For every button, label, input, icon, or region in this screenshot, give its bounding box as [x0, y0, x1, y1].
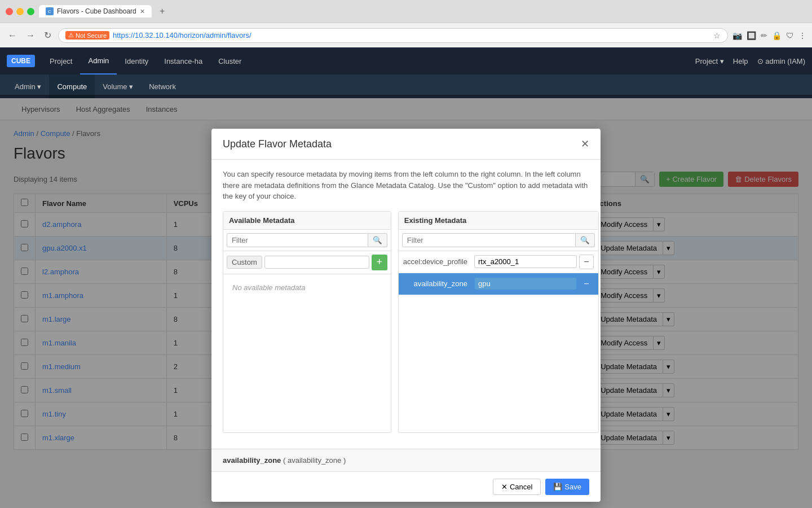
- available-metadata-filter: 🔍: [223, 230, 391, 251]
- modal-close-button[interactable]: ✕: [581, 138, 589, 150]
- info-key-name: availability_zone: [223, 456, 281, 465]
- metadata-item-accel[interactable]: accel:device_profile −: [399, 251, 598, 273]
- available-filter-button[interactable]: 🔍: [368, 233, 387, 247]
- save-button[interactable]: 💾 Save: [545, 479, 589, 495]
- extension-icon[interactable]: 🔲: [747, 31, 756, 40]
- remove-accel-button[interactable]: −: [579, 255, 594, 269]
- no-metadata-text: No available metadata: [223, 274, 391, 301]
- available-metadata-header: Available Metadata: [223, 212, 391, 230]
- meta-key-availability-zone: availability_zone: [403, 279, 472, 288]
- custom-row: Custom +: [223, 251, 391, 274]
- not-secure-icon: ⚠: [68, 32, 74, 39]
- available-metadata-list: No available metadata: [223, 274, 391, 432]
- not-secure-label: Not Secure: [76, 32, 107, 39]
- existing-metadata-filter: 🔍: [399, 230, 598, 251]
- nav-item-project[interactable]: Project: [42, 47, 80, 75]
- shield-icon[interactable]: 🛡: [786, 31, 794, 40]
- nav-right: Project ▾ Help ⊙ admin (IAM): [695, 57, 805, 65]
- custom-metadata-input[interactable]: [264, 256, 369, 269]
- nav-item-admin[interactable]: Admin: [80, 47, 117, 75]
- nav-item-cluster[interactable]: Cluster: [210, 47, 249, 75]
- tab-favicon: C: [46, 7, 54, 15]
- tab-close-btn[interactable]: ✕: [140, 8, 145, 15]
- modal-header: Update Flavor Metadata ✕: [211, 129, 601, 160]
- tab-title: Flavors - Cube Dashboard: [57, 7, 136, 15]
- browser-titlebar: C Flavors - Cube Dashboard ✕ +: [0, 0, 812, 23]
- metadata-item-availability-zone[interactable]: availability_zone −: [399, 273, 598, 295]
- modal-title: Update Flavor Metadata: [223, 138, 332, 150]
- modal-overlay: Update Flavor Metadata ✕ You can specify…: [0, 95, 812, 508]
- star-icon[interactable]: ☆: [713, 31, 721, 40]
- dot-green[interactable]: [27, 8, 34, 15]
- meta-key-accel: accel:device_profile: [403, 257, 472, 266]
- existing-metadata-list: accel:device_profile − availability_zone…: [399, 251, 598, 409]
- cube-brand: CUBE: [7, 55, 35, 67]
- browser-tab[interactable]: C Flavors - Cube Dashboard ✕: [39, 5, 152, 17]
- info-key-text: availability_zone ( availability_zone ): [223, 456, 346, 465]
- app-navbar: CUBE Project Admin Identity Instance-ha …: [0, 47, 812, 75]
- meta-value-availability-zone[interactable]: [474, 277, 577, 290]
- browser-chrome: C Flavors - Cube Dashboard ✕ + ← → ↻ ⚠ N…: [0, 0, 812, 47]
- existing-metadata-col: Existing Metadata 🔍 accel:device_profile…: [398, 211, 599, 433]
- update-flavor-metadata-modal: Update Flavor Metadata ✕ You can specify…: [211, 129, 601, 502]
- nav-item-identity[interactable]: Identity: [117, 47, 156, 75]
- pen-icon[interactable]: ✏: [761, 31, 767, 40]
- address-url[interactable]: https://10.32.10.140/horizon/admin/flavo…: [113, 31, 710, 40]
- camera-icon[interactable]: 📷: [732, 31, 742, 40]
- save-icon: 💾: [553, 483, 562, 491]
- dot-yellow[interactable]: [16, 8, 24, 15]
- modal-body: You can specify resource metadata by mov…: [211, 160, 601, 449]
- modal-description: You can specify resource metadata by mov…: [223, 169, 589, 202]
- back-button[interactable]: ←: [6, 28, 19, 43]
- menu-icon[interactable]: ⋮: [798, 31, 806, 40]
- custom-label: Custom: [227, 256, 262, 269]
- nav-user[interactable]: ⊙ admin (IAM): [757, 57, 805, 65]
- new-tab-button[interactable]: +: [156, 5, 168, 17]
- existing-filter-button[interactable]: 🔍: [576, 233, 595, 247]
- address-icons: ☆: [713, 31, 721, 40]
- existing-filter-input[interactable]: [402, 233, 576, 247]
- lock-icon[interactable]: 🔒: [772, 31, 782, 40]
- modal-info: availability_zone ( availability_zone ): [211, 449, 601, 472]
- info-key-tech: availability_zone: [288, 456, 341, 465]
- remove-availability-zone-button[interactable]: −: [579, 277, 594, 291]
- address-bar[interactable]: ⚠ Not Secure https://10.32.10.140/horizo…: [58, 28, 728, 43]
- forward-button[interactable]: →: [24, 28, 37, 43]
- refresh-button[interactable]: ↻: [42, 28, 54, 43]
- available-filter-input[interactable]: [227, 233, 368, 247]
- metadata-cols: Available Metadata 🔍 Custom + No availab…: [223, 211, 589, 433]
- nav-project-dropdown[interactable]: Project ▾: [695, 57, 724, 65]
- browser-dots: [6, 8, 34, 15]
- existing-metadata-header: Existing Metadata: [399, 212, 598, 230]
- dot-red[interactable]: [6, 8, 13, 15]
- add-metadata-button[interactable]: +: [372, 255, 387, 270]
- browser-addressbar: ← → ↻ ⚠ Not Secure https://10.32.10.140/…: [0, 23, 812, 47]
- cancel-button[interactable]: ✕ Cancel: [493, 479, 541, 495]
- nav-item-instanceha[interactable]: Instance-ha: [156, 47, 210, 75]
- not-secure-badge: ⚠ Not Secure: [65, 31, 109, 40]
- available-metadata-col: Available Metadata 🔍 Custom + No availab…: [223, 211, 391, 433]
- nav-help[interactable]: Help: [733, 57, 748, 65]
- meta-value-accel[interactable]: [474, 255, 577, 268]
- modal-footer: ✕ Cancel 💾 Save: [211, 472, 601, 502]
